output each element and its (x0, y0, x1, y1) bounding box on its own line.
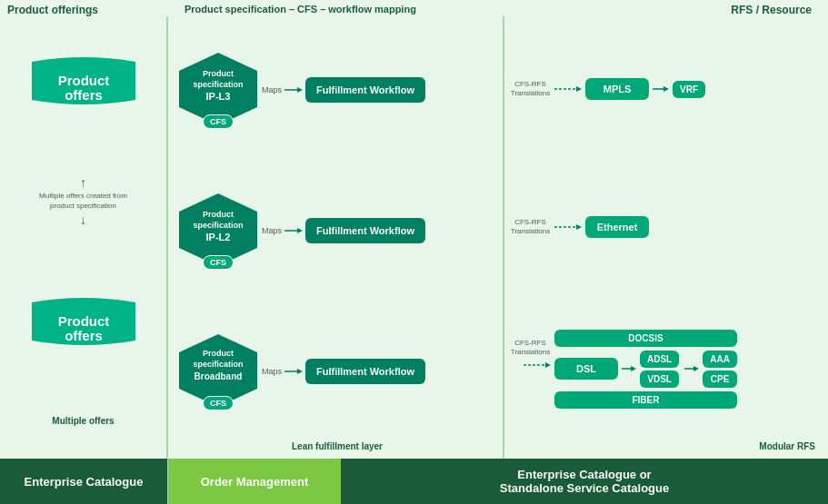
arrow-down-icon: ↓ (80, 212, 86, 227)
main-container: Product offerings Product specification … (0, 0, 828, 504)
maps-2: Maps (262, 226, 282, 235)
left-col-header: Product offerings (7, 4, 175, 16)
svg-text:IP-L2: IP-L2 (206, 232, 231, 242)
svg-marker-14 (297, 228, 303, 233)
arrow-3 (284, 366, 303, 377)
cfs-badge-3: CFS (203, 396, 234, 410)
dash-arrow-2 (554, 222, 582, 232)
right-title: RFS / Resource (731, 4, 812, 16)
rfs-tier-2: CFS-RFSTranslations Ethernet (510, 191, 823, 263)
right-col-header: RFS / Resource (512, 4, 821, 16)
rfs-tier-1: CFS-RFSTranslations MPLS VRF (510, 53, 823, 125)
offer-group-1: Product offers (25, 53, 143, 109)
multiple-offers-label: Multiple offers (52, 416, 114, 426)
offer-group-2: Product offers (25, 293, 143, 350)
svg-text:offers: offers (65, 328, 103, 343)
adsl-box: ADSL (640, 351, 679, 368)
mid-col-header: Product specification – CFS – workflow m… (175, 4, 512, 16)
svg-marker-33 (693, 366, 699, 371)
left-title: Product offerings (7, 4, 98, 16)
left-column: Product offers ↑ Multiple offers created… (0, 16, 168, 459)
svg-text:Product: Product (57, 313, 109, 329)
mpls-box: MPLS (585, 78, 649, 100)
dsl-row: DSL ADSL VDSL (554, 351, 737, 388)
translations-1: CFS-RFSTranslations (510, 80, 551, 99)
svg-marker-25 (663, 86, 669, 92)
svg-text:Broadband: Broadband (195, 371, 243, 381)
cfs-badge-2: CFS (203, 255, 234, 270)
svg-text:Product: Product (203, 349, 234, 358)
tiers-mid: Product specification IP-L3 CFS Maps Ful… (177, 20, 497, 441)
diagram-area: Product offers ↑ Multiple offers created… (0, 16, 828, 459)
svg-marker-23 (576, 86, 582, 92)
lean-label: Lean fulfillment layer (177, 441, 497, 455)
footer-catalogue: Enterprise Catalogue orStandalone Servic… (341, 459, 828, 504)
mid-title: Product specification – CFS – workflow m… (185, 4, 416, 15)
svg-text:Product: Product (203, 210, 234, 219)
svg-text:offers: offers (65, 87, 103, 103)
footer-enterprise: Enterprise Catalogue (0, 459, 168, 504)
maps-3: Maps (262, 367, 282, 376)
aaa-box: AAA (703, 351, 737, 368)
aaa-cpe-col: AAA CPE (703, 351, 737, 388)
adsl-cpe-arrow (684, 363, 699, 374)
branch-col: DOCSIS DSL ADSL VDSL (554, 330, 737, 409)
svg-text:specification: specification (193, 80, 243, 89)
right-column: CFS-RFSTranslations MPLS VRF (504, 16, 828, 459)
dsl-box: DSL (554, 358, 618, 380)
svg-marker-20 (297, 369, 303, 374)
ethernet-box: Ethernet (585, 216, 649, 238)
svg-text:Product: Product (203, 69, 234, 78)
offer-shape-1: Product offers (25, 53, 143, 109)
svg-marker-29 (545, 362, 551, 368)
svg-text:specification: specification (193, 360, 243, 369)
svg-marker-27 (576, 224, 582, 230)
vdsl-box: VDSL (640, 371, 679, 388)
modular-label: Modular RFS (510, 441, 823, 455)
translations-arrow-3: CFS-RFSTranslations (510, 330, 551, 371)
spec-hex-3: Product specification Broadband CFS (177, 332, 259, 410)
translations-2: CFS-RFSTranslations (510, 218, 551, 237)
svg-text:specification: specification (193, 221, 243, 230)
note-text: Multiple offers created from product spe… (34, 192, 134, 211)
mid-column: Product specification IP-L3 CFS Maps Ful… (168, 16, 504, 459)
fiber-box: FIBER (554, 391, 737, 409)
tiers-right: CFS-RFSTranslations MPLS VRF (510, 20, 823, 441)
maps-1: Maps (262, 85, 282, 94)
svg-marker-31 (631, 366, 636, 371)
svg-text:Product: Product (57, 73, 109, 88)
rfs-tier-3: CFS-RFSTranslations DOCSIS DSL (510, 330, 823, 409)
arrow-up: ↑ (80, 175, 86, 190)
tier-2-mid: Product specification IP-L2 CFS Maps Ful… (177, 190, 497, 272)
tier-1-mid: Product specification IP-L3 CFS Maps Ful… (177, 49, 497, 131)
footer-order: Order Management (168, 459, 341, 504)
offer-shape-2: Product offers (25, 293, 143, 350)
dsl-arrow (622, 363, 636, 374)
arrow-note: ↑ Multiple offers created from product s… (34, 175, 134, 227)
workflow-box-2: Fulfillment Workflow (305, 218, 425, 243)
offers-list: Product offers ↑ Multiple offers created… (25, 20, 143, 459)
section-headers: Product offerings Product specification … (0, 0, 828, 16)
dsl-sub: ADSL VDSL (640, 351, 679, 388)
tier-3-mid: Product specification Broadband CFS Maps… (177, 331, 497, 412)
footer-bar: Enterprise Catalogue Order Management En… (0, 459, 828, 504)
workflow-box-1: Fulfillment Workflow (305, 77, 425, 103)
dash-arrow-3 (524, 360, 551, 371)
vrf-box: VRF (673, 81, 705, 98)
tier3-row: CFS-RFSTranslations DOCSIS DSL (510, 330, 823, 409)
mpls-arrow (653, 84, 669, 94)
cpe-box: CPE (703, 371, 737, 388)
dash-arrow-1 (554, 84, 582, 94)
svg-text:IP-L3: IP-L3 (206, 91, 231, 102)
workflow-box-3: Fulfillment Workflow (305, 359, 425, 384)
docsis-box: DOCSIS (554, 330, 737, 347)
arrow-1 (284, 84, 303, 95)
translations-3: CFS-RFSTranslations (510, 339, 551, 358)
spec-hex-1: Product specification IP-L3 CFS (177, 51, 259, 129)
svg-marker-9 (297, 87, 303, 93)
spec-hex-2: Product specification IP-L2 CFS (177, 192, 259, 270)
arrow-2 (284, 225, 303, 236)
cfs-badge-1: CFS (203, 114, 234, 129)
